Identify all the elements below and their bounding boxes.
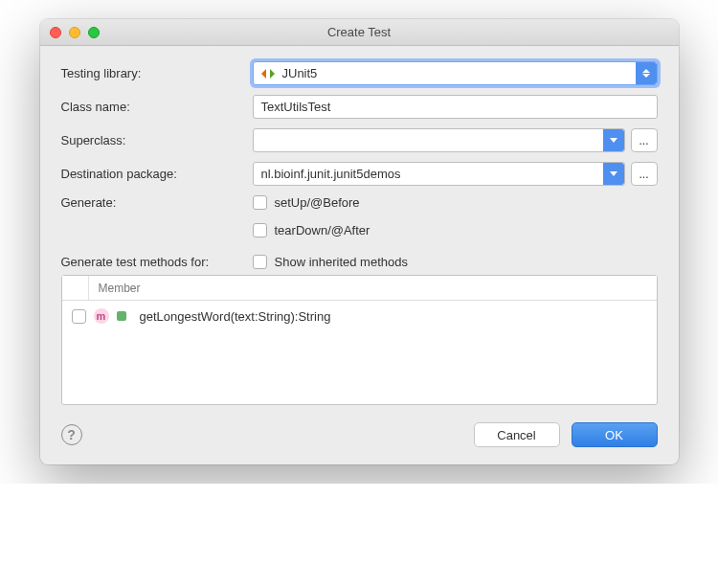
destination-browse-button[interactable]: ... [631,162,658,186]
testing-library-select[interactable]: JUnit5 [253,61,658,85]
show-inherited-label: Show inherited methods [275,255,408,269]
setup-label: setUp/@Before [275,195,360,210]
dialog-body: Testing library: JUnit5 Class name: Text… [40,46,679,464]
table-row[interactable]: m getLongestWord(text:String):String [72,308,647,324]
members-table: Member m getLongestWord(text:String):Str… [61,275,658,405]
ok-button[interactable]: OK [572,422,658,447]
dialog-window: Create Test Testing library: JUnit5 Clas… [40,19,679,464]
generate-label: Generate: [61,195,253,210]
chevron-updown-icon [636,62,657,84]
teardown-checkbox[interactable] [253,223,267,237]
header-checkbox-spacer [62,276,89,300]
testing-library-label: Testing library: [61,66,253,80]
member-checkbox[interactable] [72,309,86,324]
member-column-header: Member [89,282,150,295]
class-name-label: Class name: [61,100,253,114]
cancel-button[interactable]: Cancel [474,422,560,447]
close-icon[interactable] [50,27,61,38]
destination-package-value: nl.bioinf.junit.junit5demos [261,167,401,181]
method-icon: m [94,308,109,324]
setup-checkbox[interactable] [253,195,267,210]
class-name-value: TextUtilsTest [261,100,331,114]
member-signature: getLongestWord(text:String):String [140,309,331,324]
window-controls [50,27,100,38]
generate-methods-label: Generate test methods for: [61,255,253,269]
minimize-icon[interactable] [69,27,80,38]
window-title: Create Test [40,25,679,39]
chevron-down-icon [603,129,624,151]
button-bar: Cancel OK [474,422,658,447]
class-name-input[interactable]: TextUtilsTest [253,95,658,119]
members-body: m getLongestWord(text:String):String [62,301,657,404]
dialog-footer: ? Cancel OK [61,422,658,447]
help-icon[interactable]: ? [61,424,82,445]
superclass-combo[interactable] [253,128,625,152]
class-icon [117,311,126,321]
superclass-label: Superclass: [61,133,253,147]
superclass-browse-button[interactable]: ... [631,128,658,152]
teardown-label: tearDown/@After [275,223,370,237]
destination-package-combo[interactable]: nl.bioinf.junit.junit5demos [253,162,625,186]
titlebar[interactable]: Create Test [40,19,679,46]
testing-library-value: JUnit5 [282,66,318,80]
members-header: Member [62,276,657,301]
zoom-icon[interactable] [88,27,100,38]
destination-package-label: Destination package: [61,167,253,181]
junit-icon [261,67,275,80]
show-inherited-checkbox[interactable] [253,255,267,269]
chevron-down-icon [603,163,624,185]
